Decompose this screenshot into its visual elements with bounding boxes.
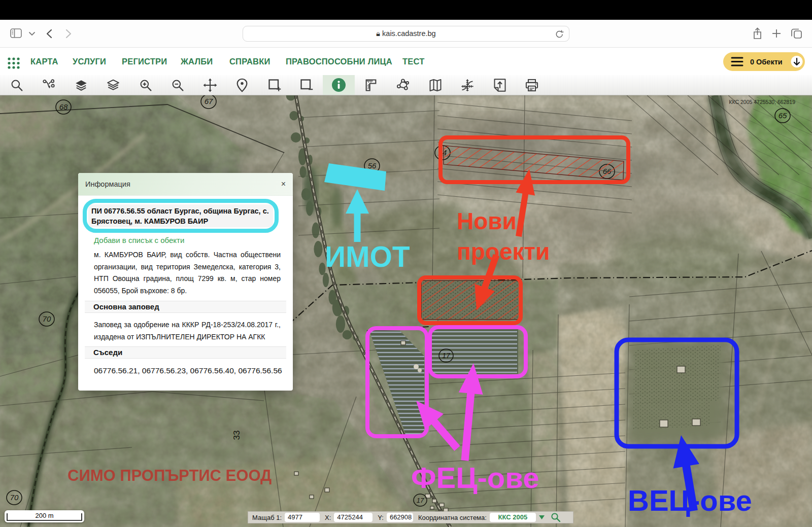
svg-text:ФЕЦ-ове: ФЕЦ-ове (411, 461, 539, 494)
svg-text:68: 68 (59, 102, 68, 111)
svg-text:ИМОТ: ИМОТ (325, 240, 410, 273)
svg-text:ККС 2005 4725530, 662819: ККС 2005 4725530, 662819 (729, 99, 795, 105)
svg-text:33: 33 (232, 431, 242, 440)
svg-text:Нови: Нови (457, 208, 517, 234)
svg-text:17: 17 (417, 497, 424, 504)
svg-text:56: 56 (368, 161, 377, 170)
svg-text:0 Обекти: 0 Обекти (750, 58, 783, 66)
svg-text:ВЕЦ-ове: ВЕЦ-ове (628, 484, 752, 517)
svg-text:СИМО ПРОПЪРТИС ЕООД: СИМО ПРОПЪРТИС ЕООД (67, 467, 272, 484)
svg-text:67: 67 (205, 97, 213, 106)
svg-text:проекти: проекти (457, 238, 550, 265)
svg-text:65: 65 (779, 111, 787, 120)
svg-text:17: 17 (442, 352, 451, 360)
svg-text:70: 70 (43, 314, 51, 323)
svg-text:70: 70 (10, 493, 19, 502)
